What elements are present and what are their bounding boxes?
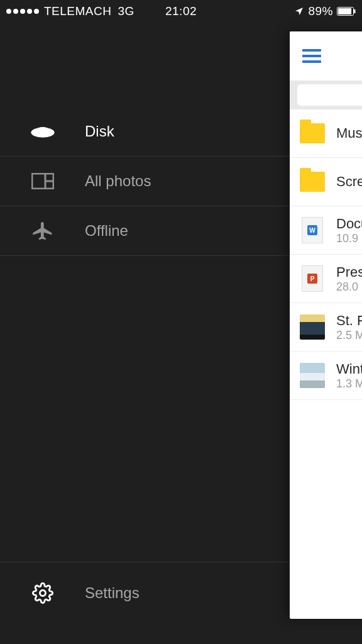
image-thumbnail bbox=[300, 316, 325, 338]
svg-rect-2 bbox=[354, 9, 356, 13]
sidebar-item-label: All photos bbox=[85, 172, 151, 190]
word-doc-icon: W bbox=[300, 219, 325, 242]
airplane-icon bbox=[0, 219, 85, 242]
signal-dots-icon bbox=[6, 9, 39, 14]
status-bar: TELEMACH 3G 21:02 89% bbox=[0, 0, 362, 23]
powerpoint-icon: P bbox=[300, 267, 325, 290]
sidebar-item-settings[interactable]: Settings bbox=[0, 562, 290, 624]
clock-label: 21:02 bbox=[165, 4, 197, 18]
file-meta: 2.5 M bbox=[336, 329, 362, 342]
file-name: Musi bbox=[336, 125, 362, 142]
file-name: St. P bbox=[336, 313, 362, 329]
svg-point-8 bbox=[40, 590, 45, 596]
battery-percent-label: 89% bbox=[308, 4, 333, 18]
disk-icon bbox=[0, 122, 85, 141]
list-item[interactable]: Scre bbox=[290, 158, 362, 206]
battery-icon bbox=[337, 7, 356, 16]
photos-icon bbox=[0, 173, 85, 189]
image-thumbnail bbox=[300, 364, 325, 387]
gear-icon bbox=[0, 582, 85, 604]
sidebar-item-offline[interactable]: Offline bbox=[0, 206, 290, 256]
search-input[interactable] bbox=[290, 80, 362, 109]
panel-header bbox=[290, 31, 362, 80]
carrier-label: TELEMACH bbox=[44, 4, 111, 18]
sidebar-drawer: Disk All photos Offline Settings bbox=[0, 0, 290, 644]
hamburger-icon[interactable] bbox=[302, 49, 321, 63]
main-panel[interactable]: Musi Scre W Docu 10.9 P Pres 28.0 bbox=[290, 31, 362, 619]
file-name: Pres bbox=[336, 264, 362, 280]
folder-icon bbox=[300, 122, 325, 145]
sidebar-item-disk[interactable]: Disk bbox=[0, 107, 290, 157]
list-item[interactable]: St. P 2.5 M bbox=[290, 303, 362, 352]
file-meta: 28.0 bbox=[336, 280, 362, 294]
svg-rect-1 bbox=[338, 8, 351, 14]
file-list: Musi Scre W Docu 10.9 P Pres 28.0 bbox=[290, 109, 362, 619]
list-item[interactable]: W Docu 10.9 bbox=[290, 206, 362, 255]
file-meta: 10.9 bbox=[336, 232, 362, 245]
sidebar-item-label: Disk bbox=[85, 123, 114, 140]
folder-icon bbox=[300, 170, 325, 193]
network-label: 3G bbox=[118, 4, 134, 18]
svg-point-4 bbox=[36, 127, 48, 132]
list-item[interactable]: Musi bbox=[290, 109, 362, 158]
file-name: Wint bbox=[336, 361, 362, 377]
list-item[interactable]: P Pres 28.0 bbox=[290, 255, 362, 303]
file-meta: 1.3 M bbox=[336, 377, 362, 391]
sidebar-item-label: Settings bbox=[85, 584, 140, 602]
location-icon bbox=[294, 6, 304, 16]
file-name: Scre bbox=[336, 174, 362, 190]
list-item[interactable]: Wint 1.3 M bbox=[290, 352, 362, 400]
file-name: Docu bbox=[336, 216, 362, 232]
sidebar-item-label: Offline bbox=[85, 222, 128, 240]
sidebar-item-all-photos[interactable]: All photos bbox=[0, 157, 290, 206]
